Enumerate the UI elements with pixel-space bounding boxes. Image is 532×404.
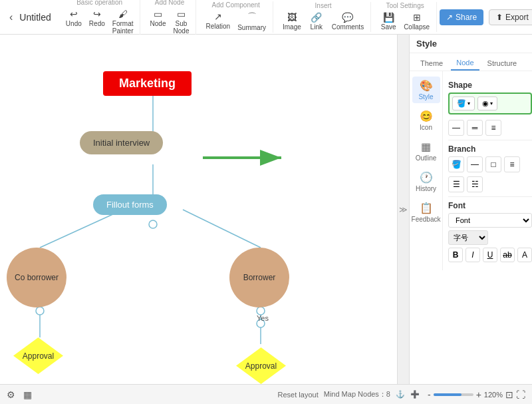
font-family-select[interactable]: Font: [448, 213, 532, 228]
yes-label: Yes: [257, 314, 269, 322]
redo-button[interactable]: ↪Redo: [86, 7, 108, 36]
node-initial-interview[interactable]: Initial interview: [80, 131, 163, 154]
feedback-icon: 📋: [420, 202, 433, 214]
bold-button[interactable]: B: [448, 248, 463, 262]
branch-section-title: Branch: [448, 144, 532, 154]
line-width-btn[interactable]: ≡: [485, 120, 501, 136]
nodes-count: Mind Map Nodes：8: [324, 389, 390, 399]
branch-box-btn[interactable]: □: [485, 156, 501, 172]
outline-icon: ▦: [421, 140, 431, 153]
green-arrow: [203, 144, 289, 171]
panel-toggle[interactable]: ≫: [397, 35, 409, 384]
format-painter-button[interactable]: 🖌Format Painter: [110, 7, 136, 36]
relation-button[interactable]: ↗Relation: [203, 10, 233, 33]
tab-theme[interactable]: Theme: [415, 56, 448, 71]
shape-fill-button[interactable]: 🪣 ▾: [452, 97, 475, 110]
branch-align-btn[interactable]: ≡: [504, 156, 520, 172]
back-button[interactable]: ‹: [5, 9, 17, 26]
zoom-level: 120%: [484, 391, 503, 399]
node-borrower[interactable]: Borrower: [229, 248, 289, 307]
svg-line-2: [40, 210, 123, 248]
shape-border-button[interactable]: ◉ ▾: [477, 97, 497, 110]
svg-point-7: [36, 307, 44, 315]
side-tab-icon[interactable]: 😊 Icon: [412, 107, 440, 134]
fit-screen-button[interactable]: ⊡: [505, 389, 513, 400]
shape-section-title: Shape: [448, 81, 532, 90]
save-button[interactable]: 💾Save: [378, 11, 399, 32]
topbar: ‹ Untitled Basic operation ↩Undo ↪Redo 🖌…: [0, 0, 532, 35]
node-marketing[interactable]: Marketing: [103, 71, 192, 96]
node-approval-right[interactable]: Approval: [236, 347, 286, 384]
subnode-button[interactable]: ▭Sub Node: [170, 7, 192, 36]
node-coborrower[interactable]: Co borrower: [7, 248, 66, 307]
toolbar-group-tools: Tool Settings 💾Save ⊞Collapse: [374, 2, 437, 32]
italic-button[interactable]: I: [466, 248, 480, 262]
svg-line-3: [183, 210, 261, 248]
font-size-large-button[interactable]: A: [517, 248, 532, 262]
line-style-btn[interactable]: ═: [467, 120, 483, 136]
image-button[interactable]: 🖼Image: [280, 11, 304, 32]
tab-node[interactable]: Node: [451, 56, 479, 71]
node-fillout-forms[interactable]: Fillout forms: [93, 194, 167, 215]
underline-button[interactable]: U: [483, 248, 497, 262]
panel-side-tabs: 🎨 Style 😊 Icon ▦ Outline 🕐 History 📋: [410, 71, 443, 270]
share-icon: ↗: [446, 13, 453, 22]
node-approval-left[interactable]: Approval: [13, 337, 63, 374]
link-button[interactable]: 🔗Link: [306, 11, 327, 32]
group-label-tools: Tool Settings: [386, 2, 424, 9]
zoom-out-button[interactable]: -: [428, 389, 431, 400]
undo-button[interactable]: ↩Undo: [63, 7, 84, 36]
panel-content: Shape 🪣 ▾ ◉ ▾ — ═ ≡: [443, 71, 532, 270]
toolbar-group-addnode: Add Node ▭Node ▭Sub Node: [143, 0, 196, 36]
summary-button[interactable]: ⌒Summary: [235, 10, 269, 33]
export-button[interactable]: ⬆ Export: [489, 9, 532, 25]
side-tab-outline[interactable]: ▦ Outline: [412, 138, 440, 164]
divider-2: [448, 196, 532, 197]
zoom-in-button[interactable]: +: [476, 389, 481, 400]
settings-icon[interactable]: ⚙: [7, 389, 15, 400]
branch-indent-btn[interactable]: ☰: [448, 176, 464, 192]
border-icon: ◉: [482, 99, 489, 108]
anchor-icon[interactable]: ⚓: [396, 390, 405, 399]
branch-fill-btn[interactable]: 🪣: [448, 156, 464, 172]
tab-structure[interactable]: Structure: [482, 56, 523, 71]
line-style-row: — ═ ≡: [448, 120, 532, 136]
font-size-select[interactable]: 字号: [448, 230, 488, 245]
fullscreen-button[interactable]: ⛶: [516, 389, 525, 400]
bottom-info: Reset layout Mind Map Nodes：8 ⚓ ➕: [278, 389, 420, 399]
zoom-control: - + 120% ⊡ ⛶: [428, 389, 525, 400]
right-panel: Style Theme Node Structure 🎨 Style 😊 Ico…: [409, 35, 532, 384]
branch-line-btn[interactable]: —: [467, 156, 483, 172]
share-button[interactable]: ↗ Share: [440, 9, 483, 25]
bottombar: ⚙ ▦ Reset layout Mind Map Nodes：8 ⚓ ➕ - …: [0, 384, 532, 404]
line-color-btn[interactable]: —: [448, 120, 464, 136]
strikethrough-button[interactable]: ab: [500, 248, 515, 262]
branch-dedent-btn[interactable]: ☵: [467, 176, 483, 192]
zoom-fill: [434, 393, 462, 396]
panel-inner: 🎨 Style 😊 Icon ▦ Outline 🕐 History 📋: [410, 71, 532, 270]
toolbar-group-insert: Insert 🖼Image 🔗Link 💬Comments: [276, 2, 371, 32]
icon-icon: 😊: [420, 110, 433, 122]
toolbar-group-component: Add Component ↗Relation ⌒Summary: [199, 1, 273, 33]
group-label-addnode: Add Node: [155, 0, 184, 6]
divider-1: [448, 140, 532, 140]
panel-title: Style: [416, 39, 437, 49]
node-button[interactable]: ▭Node: [147, 7, 168, 36]
shape-box: 🪣 ▾ ◉ ▾: [448, 93, 532, 114]
side-tab-history[interactable]: 🕐 History: [412, 168, 440, 195]
layers-icon[interactable]: ▦: [23, 389, 32, 400]
header-actions: ↗ Share ⬆ Export: [440, 9, 532, 25]
collapse-button[interactable]: ⊞Collapse: [401, 11, 432, 32]
group-label-insert: Insert: [315, 2, 332, 9]
canvas[interactable]: Marketing Initial interview Fillout form…: [0, 35, 397, 384]
document-title: Untitled: [19, 12, 51, 23]
history-icon: 🕐: [420, 171, 433, 184]
comments-button[interactable]: 💬Comments: [329, 11, 366, 32]
plus-icon[interactable]: ➕: [410, 390, 420, 399]
svg-point-6: [149, 220, 157, 228]
zoom-bar[interactable]: [434, 393, 473, 396]
font-style-row: B I U ab A: [448, 248, 532, 262]
reset-layout-btn[interactable]: Reset layout: [278, 391, 319, 399]
side-tab-feedback[interactable]: 📋 Feedback: [412, 199, 440, 226]
side-tab-style[interactable]: 🎨 Style: [412, 77, 440, 103]
